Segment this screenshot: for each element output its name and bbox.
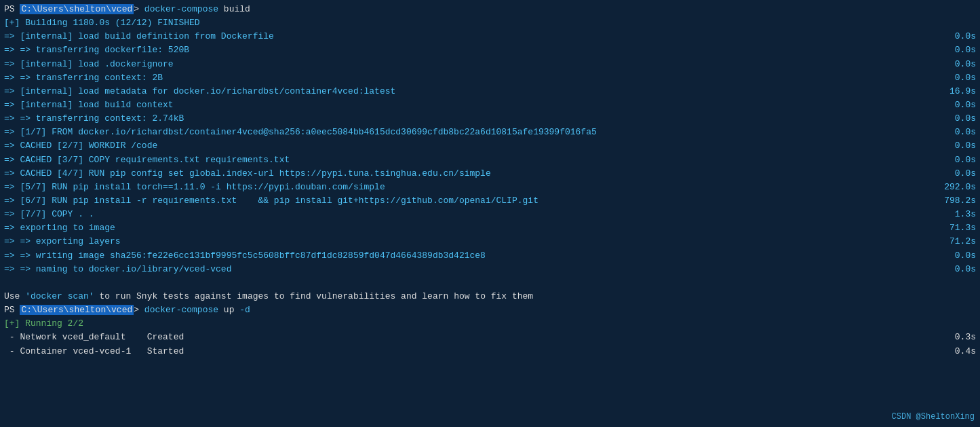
- line-16-time: 71.2s: [928, 235, 976, 248]
- line-7-time: 0.0s: [928, 112, 976, 126]
- line-4-time: 0.0s: [928, 71, 976, 85]
- line-18-time: 0.0s: [928, 263, 976, 276]
- line-3-time: 0.0s: [928, 58, 976, 71]
- line-15: => exporting to image 71.3s: [4, 221, 976, 235]
- building-content: [+] Building 1180.0s (12/12) FINISHED: [4, 16, 976, 30]
- line-16: => => exporting layers 71.2s: [4, 235, 976, 248]
- line-3: => [internal] load .dockerignore 0.0s: [4, 58, 976, 71]
- line-15-time: 71.3s: [928, 221, 976, 235]
- line-2-content: => => transferring dockerfile: 520B: [4, 43, 928, 57]
- line-5-time: 16.9s: [928, 85, 976, 98]
- container-content: - Container vced-vced-1 Started: [4, 345, 928, 358]
- line-12-time: 292.0s: [928, 181, 976, 194]
- line-1-content: => [internal] load build definition from…: [4, 30, 928, 43]
- line-3-content: => [internal] load .dockerignore: [4, 58, 928, 71]
- line-9-time: 0.0s: [928, 139, 976, 153]
- line-6-content: => [internal] load build context: [4, 98, 928, 112]
- line-12: => [5/7] RUN pip install torch==1.11.0 -…: [4, 181, 976, 194]
- line-7: => => transferring context: 2.74kB 0.0s: [4, 112, 976, 126]
- line-1-time: 0.0s: [928, 30, 976, 43]
- line-13-time: 798.2s: [928, 194, 976, 208]
- line-6: => [internal] load build context 0.0s: [4, 98, 976, 112]
- line-5: => [internal] load metadata for docker.i…: [4, 85, 976, 98]
- line-9: => CACHED [2/7] WORKDIR /code 0.0s: [4, 139, 976, 153]
- line-15-content: => exporting to image: [4, 221, 928, 235]
- line-9-content: => CACHED [2/7] WORKDIR /code: [4, 139, 928, 153]
- line-18-content: => => naming to docker.io/library/vced-v…: [4, 263, 928, 276]
- watermark: CSDN @SheltonXing: [892, 412, 975, 422]
- building-line: [+] Building 1180.0s (12/12) FINISHED: [4, 16, 976, 30]
- line-8-content: => [1/7] FROM docker.io/richardbst/conta…: [4, 126, 928, 139]
- blank-line: [4, 276, 976, 290]
- line-14: => [7/7] COPY . . 1.3s: [4, 208, 976, 221]
- line-1: => [internal] load build definition from…: [4, 30, 976, 43]
- prompt-user-2: C:\Users\shelton\vced: [20, 305, 134, 315]
- line-11: => CACHED [4/7] RUN pip config set globa…: [4, 167, 976, 181]
- line-4: => => transferring context: 2B 0.0s: [4, 71, 976, 85]
- line-14-content: => [7/7] COPY . .: [4, 208, 928, 221]
- line-10-content: => CACHED [3/7] COPY requirements.txt re…: [4, 153, 928, 167]
- prompt-build-content: PS C:\Users\shelton\vced> docker-compose…: [4, 3, 976, 16]
- line-17-time: 0.0s: [928, 249, 976, 263]
- line-14-time: 1.3s: [928, 208, 976, 221]
- line-8-time: 0.0s: [928, 126, 976, 139]
- scan-advice-content: Use 'docker scan' to run Snyk tests agai…: [4, 290, 976, 303]
- line-5-content: => [internal] load metadata for docker.i…: [4, 85, 928, 98]
- line-13: => [6/7] RUN pip install -r requirements…: [4, 194, 976, 208]
- network-time: 0.3s: [928, 331, 976, 344]
- prompt-user-1: C:\Users\shelton\vced: [20, 4, 134, 14]
- line-6-time: 0.0s: [928, 98, 976, 112]
- line-13-content: => [6/7] RUN pip install -r requirements…: [4, 194, 928, 208]
- running-line: [+] Running 2/2: [4, 317, 976, 331]
- prompt-up-line: PS C:\Users\shelton\vced> docker-compose…: [4, 303, 976, 317]
- line-11-content: => CACHED [4/7] RUN pip config set globa…: [4, 167, 928, 181]
- network-line: - Network vced_default Created 0.3s: [4, 331, 976, 344]
- line-17: => => writing image sha256:fe22e6cc131bf…: [4, 249, 976, 263]
- line-18: => => naming to docker.io/library/vced-v…: [4, 263, 976, 276]
- container-line: - Container vced-vced-1 Started 0.4s: [4, 345, 976, 358]
- line-12-content: => [5/7] RUN pip install torch==1.11.0 -…: [4, 181, 928, 194]
- line-10: => CACHED [3/7] COPY requirements.txt re…: [4, 153, 976, 167]
- line-10-time: 0.0s: [928, 153, 976, 167]
- running-content: [+] Running 2/2: [4, 317, 976, 331]
- line-17-content: => => writing image sha256:fe22e6cc131bf…: [4, 249, 928, 263]
- scan-advice-line: Use 'docker scan' to run Snyk tests agai…: [4, 290, 976, 303]
- line-4-content: => => transferring context: 2B: [4, 71, 928, 85]
- line-2: => => transferring dockerfile: 520B 0.0s: [4, 43, 976, 57]
- terminal-window: PS C:\Users\shelton\vced> docker-compose…: [0, 0, 980, 427]
- prompt-up-content: PS C:\Users\shelton\vced> docker-compose…: [4, 303, 976, 317]
- line-11-time: 0.0s: [928, 167, 976, 181]
- line-8: => [1/7] FROM docker.io/richardbst/conta…: [4, 126, 976, 139]
- network-content: - Network vced_default Created: [4, 331, 928, 344]
- prompt-build-line: PS C:\Users\shelton\vced> docker-compose…: [4, 3, 976, 16]
- line-16-content: => => exporting layers: [4, 235, 928, 248]
- line-2-time: 0.0s: [928, 43, 976, 57]
- line-7-content: => => transferring context: 2.74kB: [4, 112, 928, 126]
- container-time: 0.4s: [928, 345, 976, 358]
